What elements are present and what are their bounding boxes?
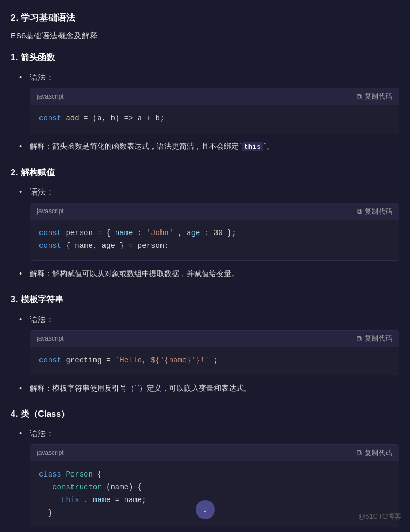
copy-button-3[interactable]: ⧉ 复制代码: [357, 334, 392, 343]
explanation-3: 解释：模板字符串使用反引号（``）定义，可以嵌入变量和表达式。: [30, 384, 251, 392]
item-3-header: 3. 模板字符串: [11, 293, 399, 307]
copy-icon-1: ⧉: [357, 92, 362, 101]
item-1-syntax: 语法： javascript ⧉ 复制代码 const add: [19, 71, 399, 133]
copy-button-4[interactable]: ⧉ 复制代码: [357, 448, 392, 458]
item-1-explanation: 解释：箭头函数是简化的函数表达式，语法更简洁，且不会绑定`this`。: [19, 140, 399, 153]
syntax-label-2: 语法：: [30, 187, 54, 196]
syntax-label: 语法：: [30, 72, 54, 82]
kw-1: const: [39, 114, 61, 123]
copy-label-4: 复制代码: [365, 448, 392, 458]
copy-label-3: 复制代码: [365, 334, 392, 343]
item-2-syntax: 语法： javascript ⧉ 复制代码 const person = {: [19, 186, 399, 261]
code-body-2: const person = { name : 'John' , age : 3…: [30, 220, 399, 260]
syntax-label-4: 语法：: [30, 429, 54, 438]
copy-label-1: 复制代码: [365, 92, 392, 101]
code-block-arrow: javascript ⧉ 复制代码 const add = (a, b) => …: [30, 88, 399, 133]
copy-button-2[interactable]: ⧉ 复制代码: [357, 207, 392, 216]
code-lang-4: javascript: [37, 448, 64, 458]
item-4-title: 类（Class）: [21, 407, 69, 421]
code-line-4-3: this . name = name;: [39, 494, 390, 507]
code-line-4-4: }: [39, 507, 390, 520]
code-header-2: javascript ⧉ 复制代码: [30, 203, 399, 220]
item-1-header: 1. 箭头函数: [11, 51, 399, 65]
explanation-1: 解释：箭头函数是简化的函数表达式，语法更简洁，且不会绑定`this`。: [30, 142, 274, 150]
copy-icon-2: ⧉: [357, 207, 362, 216]
watermark: @51CTO博客: [358, 511, 401, 522]
code-line-2-1: const person = { name : 'John' , age : 3…: [39, 227, 390, 240]
page-container: 2. 学习基础语法 ES6基础语法概念及解释 1. 箭头函数 语法： javas…: [0, 0, 410, 532]
code-lang-1: javascript: [37, 92, 64, 102]
scroll-down-icon: ↓: [203, 505, 207, 514]
code-block-destructure: javascript ⧉ 复制代码 const person = { name …: [30, 203, 399, 261]
code-block-template: javascript ⧉ 复制代码 const greeting = `Hell…: [30, 330, 399, 375]
item-2-header: 2. 解构赋值: [11, 166, 399, 180]
item-2: 2. 解构赋值 语法： javascript ⧉ 复制代码 cons: [11, 166, 399, 280]
syntax-label-3: 语法：: [30, 315, 54, 324]
code-line-3: const greeting = `Hello, ${'{name}'}!` ;: [39, 354, 390, 367]
code-body-4: class Person { constructor (name) {: [30, 461, 399, 527]
code-block-class: javascript ⧉ 复制代码 class Person {: [30, 444, 399, 527]
item-3-explanation: 解释：模板字符串使用反引号（``）定义，可以嵌入变量和表达式。: [19, 382, 399, 394]
item-2-bullets: 语法： javascript ⧉ 复制代码 const person = {: [11, 186, 399, 280]
code-line-4-2: constructor (name) {: [39, 481, 390, 494]
item-3-number: 3.: [11, 293, 18, 307]
code-line-2-2: const { name, age } = person;: [39, 240, 390, 253]
item-3-syntax: 语法： javascript ⧉ 复制代码 const greeting =: [19, 313, 399, 375]
inline-code-this: this: [242, 142, 263, 151]
item-2-number: 2.: [11, 166, 18, 180]
item-3-title: 模板字符串: [21, 293, 63, 307]
item-4-header: 4. 类（Class）: [11, 407, 399, 421]
item-1-number: 1.: [11, 51, 18, 65]
code-lang-3: javascript: [37, 334, 64, 344]
code-line-4-1: class Person {: [39, 469, 390, 481]
section-subtitle: ES6基础语法概念及解释: [11, 29, 399, 42]
code-body-1: const add = (a, b) => a + b;: [30, 105, 399, 133]
explanation-2: 解释：解构赋值可以从对象或数组中提取数据，并赋值给变量。: [30, 269, 239, 278]
section-heading: 2. 学习基础语法: [11, 11, 399, 25]
code-body-3: const greeting = `Hello, ${'{name}'}!` ;: [30, 347, 399, 375]
scroll-down-button[interactable]: ↓: [196, 500, 215, 519]
code-header-3: javascript ⧉ 复制代码: [30, 331, 399, 347]
code-header-4: javascript ⧉ 复制代码: [30, 445, 399, 461]
code-header-1: javascript ⧉ 复制代码: [30, 88, 399, 105]
copy-icon-3: ⧉: [357, 334, 362, 343]
item-4-number: 4.: [11, 407, 18, 421]
code-lang-2: javascript: [37, 206, 64, 216]
code-line-1: const add = (a, b) => a + b;: [39, 112, 390, 125]
item-3: 3. 模板字符串 语法： javascript ⧉ 复制代码 con: [11, 293, 399, 394]
item-2-title: 解构赋值: [21, 166, 55, 180]
item-3-bullets: 语法： javascript ⧉ 复制代码 const greeting =: [11, 313, 399, 394]
item-1: 1. 箭头函数 语法： javascript ⧉ 复制代码 cons: [11, 51, 399, 152]
item-1-title: 箭头函数: [21, 51, 55, 65]
copy-label-2: 复制代码: [365, 207, 392, 216]
item-2-explanation: 解释：解构赋值可以从对象或数组中提取数据，并赋值给变量。: [19, 267, 399, 280]
copy-icon-4: ⧉: [357, 448, 362, 457]
item-1-bullets: 语法： javascript ⧉ 复制代码 const add: [11, 71, 399, 153]
copy-button-1[interactable]: ⧉ 复制代码: [357, 92, 392, 101]
